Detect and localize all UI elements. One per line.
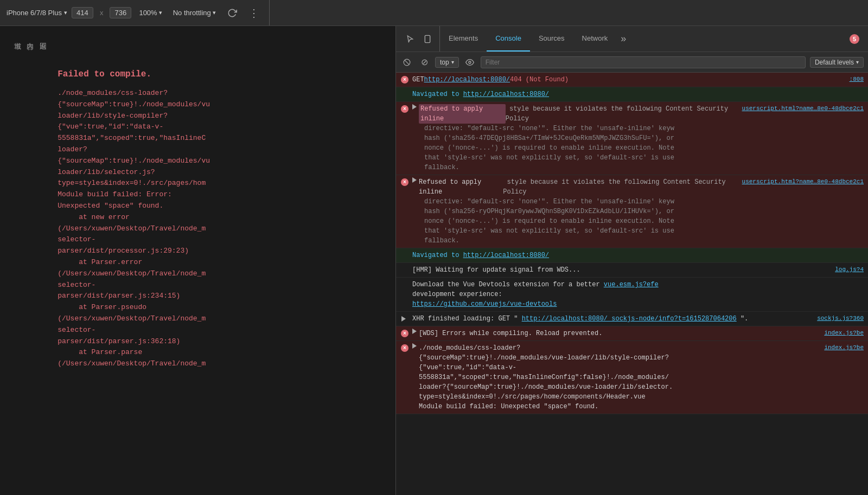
compile-error-code: ./node_modules/css-loader? {"sourceMap":…: [58, 88, 385, 370]
top-toolbar: iPhone 6/7/8 Plus ▾ 414 x 736 100% ▾ No …: [0, 0, 868, 26]
throttle-value: No throttling: [173, 9, 211, 17]
eye-icon[interactable]: [463, 56, 476, 69]
msg-source-1[interactable]: :808: [850, 75, 864, 84]
vue-icon: [400, 280, 409, 289]
console-msg-xhr: XHR finished loading: GET " http://local…: [396, 312, 868, 326]
width-input[interactable]: 414: [72, 7, 93, 18]
console-msg-get-404: × GET http://localhost:8080/ 404 (Not Fo…: [396, 73, 868, 87]
dimension-separator: x: [98, 9, 106, 17]
clear-console-icon[interactable]: [400, 56, 413, 69]
error-icon-css: ×: [400, 344, 409, 352]
inspect-element-icon[interactable]: [403, 31, 418, 47]
throttle-chevron-icon: ▾: [213, 9, 216, 16]
msg-content-wds: [WDS] Errors while compiling. Reload pre…: [412, 329, 820, 338]
error-badge: 5: [850, 34, 866, 44]
context-selector[interactable]: top ▾: [435, 57, 459, 68]
nav-icon-1: [400, 90, 409, 99]
webpage-content: 返回 内容 城市 Failed to compile. ./node_modul…: [0, 26, 395, 381]
error-icon-wds: ×: [400, 329, 409, 338]
error-icon-1: ×: [400, 75, 409, 84]
height-input[interactable]: 736: [110, 7, 131, 18]
rotate-icon[interactable]: [224, 4, 241, 22]
msg-source-xhr[interactable]: sockjs.js?360: [817, 314, 864, 323]
device-selector[interactable]: iPhone 6/7/8 Plus ▾: [7, 9, 67, 17]
zoom-value: 100%: [139, 9, 157, 17]
tab-sources[interactable]: Sources: [530, 26, 573, 52]
main-content: 返回 内容 城市 Failed to compile. ./node_modul…: [0, 26, 868, 495]
webpage-wrapper: 返回 内容 城市 Failed to compile. ./node_modul…: [0, 26, 395, 495]
hmr-icon: [400, 266, 409, 274]
console-msg-css-loader: × ./node_modules/css-loader? {"sourceMap…: [396, 341, 868, 414]
expand-triangle-1[interactable]: [412, 104, 417, 110]
device-chevron-icon: ▾: [64, 9, 67, 16]
svg-rect-0: [425, 35, 430, 42]
expand-triangle-2[interactable]: [412, 177, 417, 183]
xhr-icon: [400, 314, 409, 323]
msg-source-css[interactable]: index.js?be: [824, 343, 864, 352]
device-toolbar: iPhone 6/7/8 Plus ▾ 414 x 736 100% ▾ No …: [0, 0, 270, 25]
console-msg-wds: × [WDS] Errors while compiling. Reload p…: [396, 326, 868, 341]
console-toolbar: ⊘ top ▾ Default levels ▾: [396, 52, 868, 73]
zoom-selector[interactable]: 100% ▾: [136, 9, 165, 17]
throttle-selector[interactable]: No throttling ▾: [170, 9, 219, 17]
msg-source-refused1[interactable]: userscript.html?name…8e0-48dbce2c1: [742, 104, 864, 113]
expand-triangle-css[interactable]: [412, 343, 417, 349]
console-msg-hmr: [HMR] Waiting for update signal from WDS…: [396, 263, 868, 278]
expand-triangle-wds[interactable]: [412, 329, 417, 334]
msg-source-wds[interactable]: index.js?be: [824, 329, 864, 338]
device-toggle-icon[interactable]: [420, 31, 435, 47]
tab-console[interactable]: Console: [487, 26, 530, 52]
compile-error-title: Failed to compile.: [58, 69, 385, 79]
more-options-icon[interactable]: ⋮: [245, 4, 263, 22]
level-chevron-icon: ▾: [856, 59, 859, 65]
svg-line-3: [405, 60, 409, 64]
tab-more-icon[interactable]: »: [616, 33, 630, 44]
console-msg-navigated-1: Navigated to http://localhost:8080/: [396, 87, 868, 102]
console-msg-navigated-2: Navigated to http://localhost:8080/: [396, 248, 868, 263]
console-msg-refused-2: × Refused to apply inline style because …: [396, 175, 868, 248]
msg-content-css: ./node_modules/css-loader? {"sourceMap":…: [412, 343, 820, 412]
devtools-tab-icons: [398, 26, 440, 52]
msg-content-nav1: Navigated to http://localhost:8080/: [412, 89, 864, 99]
stop-icon[interactable]: ⊘: [418, 56, 431, 69]
webpage-panel: 返回 内容 城市 Failed to compile. ./node_modul…: [0, 26, 396, 495]
msg-content-vue: Download the Vue Devtools extension for …: [412, 280, 864, 309]
msg-content-hmr: [HMR] Waiting for update signal from WDS…: [412, 265, 831, 275]
zoom-chevron-icon: ▾: [159, 9, 162, 16]
device-name: iPhone 6/7/8 Plus: [7, 9, 62, 17]
msg-content-refused2: Refused to apply inline style because it…: [412, 177, 864, 246]
tab-elements[interactable]: Elements: [440, 26, 487, 52]
error-count-badge: 5: [850, 34, 859, 44]
msg-source-hmr[interactable]: log.js?4: [835, 265, 864, 274]
console-msg-refused-1: × Refused to apply inline style because …: [396, 102, 868, 175]
error-icon-3: ×: [400, 178, 409, 187]
context-chevron-icon: ▾: [451, 59, 454, 65]
devtools-right: Elements Console Sources Network » 5: [396, 26, 868, 495]
msg-content-nav2: Navigated to http://localhost:8080/: [412, 250, 864, 260]
log-level-selector[interactable]: Default levels ▾: [810, 57, 864, 68]
error-icon-2: ×: [400, 105, 409, 113]
expand-triangle-xhr[interactable]: [401, 316, 406, 322]
msg-source-refused2[interactable]: userscript.html?name…8e0-48dbce2c1: [742, 177, 864, 187]
filter-input[interactable]: [481, 56, 806, 68]
devtools-tab-bar: Elements Console Sources Network » 5: [396, 26, 868, 52]
svg-point-4: [469, 61, 471, 63]
error-section: Failed to compile. ./node_modules/css-lo…: [58, 37, 385, 370]
console-msg-vue-devtools: Download the Vue Devtools extension for …: [396, 278, 868, 312]
tab-network[interactable]: Network: [573, 26, 617, 52]
msg-content-1: GET http://localhost:8080/ 404 (Not Foun…: [412, 75, 845, 85]
msg-content-xhr: XHR finished loading: GET " http://local…: [412, 314, 813, 324]
nav-icon-2: [400, 251, 409, 260]
console-messages[interactable]: × GET http://localhost:8080/ 404 (Not Fo…: [396, 73, 868, 495]
msg-content-refused1: Refused to apply inline style because it…: [412, 104, 864, 172]
